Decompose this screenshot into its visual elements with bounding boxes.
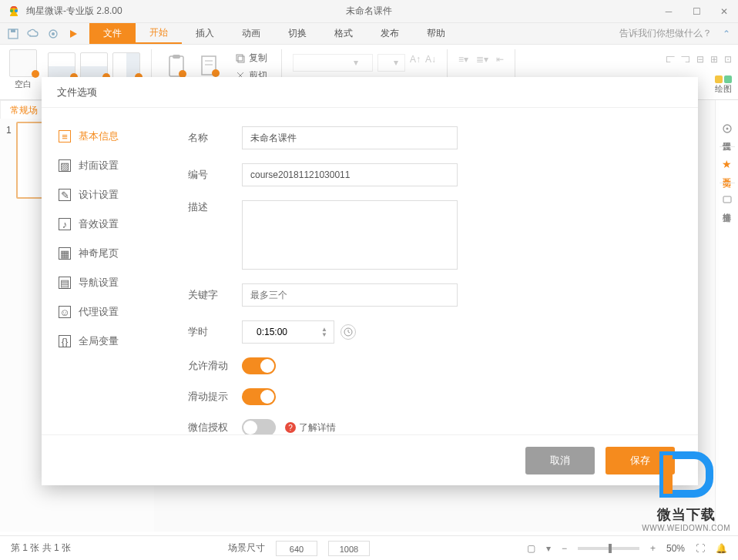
numbering-icon[interactable]: ≣▾	[476, 54, 488, 65]
arrange-controls: ⫍ ⫎ ⊟ ⊞ ⊡	[666, 49, 732, 65]
pencil-icon: ✎	[59, 189, 71, 201]
side-animation[interactable]: ★ 交互动画	[722, 158, 732, 172]
close-button[interactable]: ✕	[716, 4, 732, 19]
list-icon: ≡	[59, 130, 71, 143]
sidebar-item-global[interactable]: {}全局变量	[42, 327, 165, 356]
collapse-ribbon-icon[interactable]: ⌃	[720, 29, 738, 39]
svg-rect-14	[236, 55, 243, 61]
nav-icon: ▤	[59, 277, 71, 289]
align-icon[interactable]: ⊟	[696, 54, 704, 65]
side-properties[interactable]: 属性设置	[722, 123, 733, 136]
bullets-icon[interactable]: ≡▾	[458, 54, 468, 65]
tab-switch[interactable]: 切换	[274, 23, 320, 44]
duration-value[interactable]	[249, 327, 295, 337]
thumb-number: 1	[6, 122, 12, 199]
quick-access-toolbar	[0, 25, 86, 42]
increase-font-icon[interactable]: A↑	[410, 54, 421, 72]
desc-textarea[interactable]	[242, 200, 458, 270]
font-family-select[interactable]: ▾	[293, 54, 373, 72]
modal-footer: 取消 保存	[42, 434, 698, 485]
name-input[interactable]	[242, 126, 458, 149]
sidebar-item-sound[interactable]: ♪音效设置	[42, 210, 165, 239]
cloud-icon[interactable]	[25, 25, 42, 42]
svg-point-5	[52, 32, 55, 35]
title-bar: 绚星微课-专业版 2.8.00 未命名课件 ─ ☐ ✕	[0, 0, 738, 23]
align-icon[interactable]: ⫍	[666, 54, 675, 65]
wechat-label: 微信授权	[188, 421, 242, 434]
template-icon-1[interactable]	[48, 52, 75, 80]
maximize-button[interactable]: ☐	[689, 4, 704, 19]
learn-more-link[interactable]: ? 了解详情	[285, 421, 336, 434]
align-icon[interactable]: ⊞	[710, 54, 718, 65]
duration-label: 学时	[188, 325, 242, 339]
tab-animation[interactable]: 动画	[228, 23, 274, 44]
paste-icon[interactable]	[196, 52, 224, 80]
minimize-button[interactable]: ─	[661, 4, 676, 19]
zoom-in-icon[interactable]: +	[650, 543, 656, 554]
cancel-button[interactable]: 取消	[525, 447, 595, 474]
tab-publish[interactable]: 发布	[367, 23, 413, 44]
height-input[interactable]: 1008	[328, 541, 370, 556]
help-icon: ?	[285, 422, 296, 433]
duration-input[interactable]: ▲▼	[242, 320, 334, 344]
sidebar-item-nav[interactable]: ▤导航设置	[42, 268, 165, 297]
blank-label: 空白	[15, 79, 32, 90]
sidebar-item-design[interactable]: ✎设计设置	[42, 180, 165, 210]
keyword-label: 关键字	[188, 288, 242, 302]
svg-rect-15	[238, 56, 244, 62]
fit-icon[interactable]: ⛶	[696, 543, 705, 554]
app-logo-icon	[6, 4, 22, 19]
tab-format[interactable]: 格式	[320, 23, 367, 44]
tell-me-input[interactable]: 告诉我们你想做什么？	[612, 27, 720, 40]
modal-sidebar: ≡基本信息 ▨封面设置 ✎设计设置 ♪音效设置 ▦神奇尾页 ▤导航设置 ☺代理设…	[42, 108, 165, 434]
clipboard-icon[interactable]	[163, 52, 190, 80]
blank-slide-icon[interactable]	[9, 49, 37, 77]
svg-point-13	[212, 69, 220, 77]
zoom-slider[interactable]	[578, 547, 639, 550]
width-input[interactable]: 640	[276, 541, 317, 556]
view-icon[interactable]: ▾	[546, 543, 551, 554]
sidebar-item-proxy[interactable]: ☺代理设置	[42, 297, 165, 327]
bell-icon[interactable]: 🔔	[716, 543, 727, 554]
indent-icon[interactable]: ⇤	[496, 54, 504, 65]
side-selection-pane[interactable]: 选择窗格	[722, 194, 733, 206]
page-status: 第 1 张 共 1 张	[11, 542, 71, 555]
decrease-font-icon[interactable]: A↓	[425, 54, 436, 72]
svg-rect-3	[11, 29, 15, 32]
template-icon-3[interactable]	[112, 52, 140, 80]
grid-icon: ▦	[59, 247, 71, 260]
sidebar-item-cover[interactable]: ▨封面设置	[42, 151, 165, 180]
clock-icon[interactable]	[340, 324, 356, 340]
slide-hint-toggle[interactable]	[242, 388, 276, 405]
copy-button[interactable]: 复制	[232, 51, 270, 65]
zoom-out-icon[interactable]: −	[562, 543, 567, 554]
drawing-group: 绘图	[715, 75, 732, 95]
keyword-input[interactable]	[242, 283, 458, 307]
brackets-icon: {}	[59, 335, 71, 347]
id-input[interactable]	[242, 163, 458, 186]
sidebar-item-basic[interactable]: ≡基本信息	[42, 122, 165, 151]
font-controls: ▾ ▾ A↑ A↓	[293, 49, 436, 72]
allow-slide-toggle[interactable]	[242, 357, 276, 374]
scene-tab[interactable]: 常规场	[0, 100, 48, 119]
spinner-icon[interactable]: ▲▼	[321, 327, 327, 337]
wechat-toggle[interactable]	[242, 419, 276, 434]
template-icon-2[interactable]	[80, 52, 108, 80]
align-icon[interactable]: ⫎	[681, 54, 690, 65]
tab-file[interactable]: 文件	[89, 23, 136, 44]
settings-icon[interactable]	[45, 25, 62, 42]
tab-insert[interactable]: 插入	[182, 23, 228, 44]
document-title: 未命名课件	[346, 5, 392, 18]
save-icon[interactable]	[5, 25, 22, 42]
font-size-select[interactable]: ▾	[377, 54, 405, 72]
app-title: 绚星微课-专业版 2.8.00	[26, 5, 122, 18]
align-icon[interactable]: ⊡	[724, 54, 732, 65]
svg-point-1	[15, 9, 18, 12]
view-icon[interactable]: ▢	[527, 543, 535, 554]
sidebar-item-tail[interactable]: ▦神奇尾页	[42, 239, 165, 268]
tab-help[interactable]: 帮助	[413, 23, 459, 44]
save-button[interactable]: 保存	[605, 447, 675, 474]
tab-start[interactable]: 开始	[136, 23, 182, 44]
user-icon: ☺	[59, 306, 71, 318]
play-icon[interactable]	[65, 25, 82, 42]
